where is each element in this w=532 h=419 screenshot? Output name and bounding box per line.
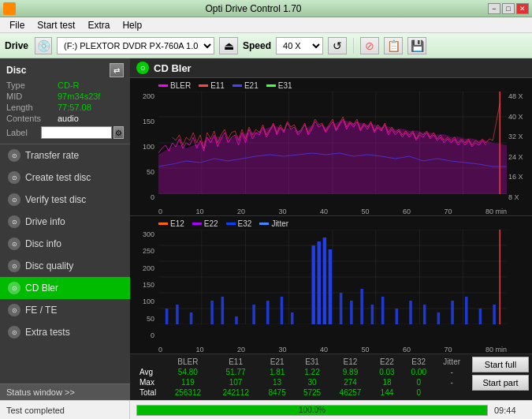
svg-rect-39 xyxy=(323,238,326,324)
contents-label: Contents xyxy=(6,114,58,123)
col-jitter: Jitter xyxy=(434,357,469,367)
menu-file[interactable]: File xyxy=(3,18,31,32)
svg-rect-50 xyxy=(451,301,454,324)
erase-button[interactable]: ⊘ xyxy=(360,37,379,54)
disc-eject-button[interactable]: ⇄ xyxy=(110,63,124,77)
refresh-button[interactable]: ↺ xyxy=(328,37,347,54)
menu-bar: File Start test Extra Help xyxy=(0,17,532,33)
nav-verify-test-disc[interactable]: ⊙ Verify test disc xyxy=(0,189,130,211)
toolbar: Drive 💿 (F:) PLEXTOR DVDR PX-760A 1.07 ⏏… xyxy=(0,33,532,58)
speed-label: Speed xyxy=(243,40,271,51)
copy-button[interactable]: 📋 xyxy=(384,37,403,54)
y1-label-200: 200 xyxy=(143,92,154,100)
nav-extra-tests[interactable]: ⊙ Extra tests xyxy=(0,321,130,343)
svg-rect-29 xyxy=(190,312,193,324)
max-e31: 30 xyxy=(295,377,329,387)
drive-select[interactable]: (F:) PLEXTOR DVDR PX-760A 1.07 xyxy=(57,37,214,54)
x1-60: 60 xyxy=(403,208,411,215)
legend-e22: E22 xyxy=(192,219,218,228)
svg-rect-37 xyxy=(311,245,314,324)
y2-50: 50 xyxy=(147,315,154,323)
start-full-button[interactable]: Start full xyxy=(472,357,529,372)
col-e12: E12 xyxy=(329,357,371,367)
svg-rect-46 xyxy=(396,309,399,324)
minimize-button[interactable]: − xyxy=(488,3,500,14)
menu-start-test[interactable]: Start test xyxy=(31,18,81,32)
menu-extra[interactable]: Extra xyxy=(81,18,116,32)
sidebar: Disc ⇄ Type CD-R MID 97m34s23f Length 77… xyxy=(0,58,130,400)
x2-30: 30 xyxy=(278,346,286,354)
bler-label: BLER xyxy=(170,81,191,90)
stats-area: BLER E11 E21 E31 E12 E22 E32 Jitter Avg … xyxy=(130,354,532,400)
nav-verify-test-disc-label: Verify test disc xyxy=(25,194,86,205)
e32-label: E32 xyxy=(238,219,252,228)
e22-label: E22 xyxy=(204,219,218,228)
nav-transfer-rate[interactable]: ⊙ Transfer rate xyxy=(0,144,130,166)
nav-fe-te[interactable]: ⊙ FE / TE xyxy=(0,299,130,321)
status-window-button[interactable]: Status window >> xyxy=(0,383,130,400)
svg-rect-34 xyxy=(266,301,270,324)
max-bler: 119 xyxy=(164,377,212,387)
y1r-8: 8 X xyxy=(508,193,532,201)
legend-jitter: Jitter xyxy=(259,219,288,228)
total-e21: 8475 xyxy=(259,387,294,398)
status-text: Test completed xyxy=(0,401,130,419)
nav-drive-info[interactable]: ⊙ Drive info xyxy=(0,211,130,233)
nav-create-test-disc[interactable]: ⊙ Create test disc xyxy=(0,166,130,189)
max-e12: 274 xyxy=(329,377,371,387)
nav-cd-bler[interactable]: ⊙ CD Bler xyxy=(0,277,130,299)
y2-0: 0 xyxy=(151,331,154,339)
x1-0: 0 xyxy=(158,208,162,215)
svg-rect-28 xyxy=(176,305,179,324)
legend-e11: E11 xyxy=(199,81,225,90)
label-input[interactable] xyxy=(41,126,112,139)
total-e32: 0 xyxy=(403,387,434,398)
col-e11: E11 xyxy=(212,357,260,367)
avg-e11: 51.77 xyxy=(212,367,260,377)
max-e21: 13 xyxy=(259,377,294,387)
stats-row-total: Total 256312 242112 8475 5725 46257 144 … xyxy=(136,387,469,398)
avg-e21: 1.81 xyxy=(259,367,294,377)
nav-disc-quality-label: Disc quality xyxy=(25,260,73,271)
nav-disc-quality[interactable]: ⊙ Disc quality xyxy=(0,255,130,277)
label-settings-button[interactable]: ⚙ xyxy=(113,126,124,139)
avg-bler: 54.80 xyxy=(164,367,212,377)
chart-title: CD Bler xyxy=(154,62,192,74)
menu-help[interactable]: Help xyxy=(116,18,148,32)
chart-header: ⊙ CD Bler xyxy=(130,58,532,78)
progress-area: 100.0% 09:44 xyxy=(130,401,532,419)
y1r-32: 32 X xyxy=(508,133,532,140)
progress-bar: 100.0% xyxy=(136,405,488,416)
x2-10: 10 xyxy=(195,346,203,354)
start-part-button[interactable]: Start part xyxy=(472,375,529,391)
y1-label-0: 0 xyxy=(151,193,154,201)
x2-70: 70 xyxy=(444,346,452,354)
close-button[interactable]: ✕ xyxy=(516,3,529,14)
chart-area: ⊙ CD Bler BLER E11 xyxy=(130,58,532,400)
max-jitter: - xyxy=(434,377,469,387)
eject-button[interactable]: ⏏ xyxy=(219,37,238,54)
title-bar: Opti Drive Control 1.70 − □ ✕ xyxy=(0,0,532,17)
nav-fe-te-label: FE / TE xyxy=(25,305,57,316)
svg-rect-42 xyxy=(350,301,353,324)
bler-chart xyxy=(158,92,507,194)
col-e22: E22 xyxy=(371,357,403,367)
svg-rect-43 xyxy=(360,289,363,324)
e21-color xyxy=(233,84,242,87)
svg-rect-30 xyxy=(210,301,214,324)
speed-select[interactable]: 40 X xyxy=(276,37,323,54)
save-button[interactable]: 💾 xyxy=(407,37,426,54)
disc-info-icon: ⊙ xyxy=(8,238,20,250)
contents-value: audio xyxy=(58,114,79,123)
e22-color xyxy=(192,223,202,225)
maximize-button[interactable]: □ xyxy=(502,3,515,14)
e11-color xyxy=(199,84,208,87)
x1-30: 30 xyxy=(278,208,286,215)
col-bler: BLER xyxy=(164,357,212,367)
nav-create-test-disc-label: Create test disc xyxy=(25,172,91,183)
svg-rect-44 xyxy=(371,305,374,324)
nav-disc-info[interactable]: ⊙ Disc info xyxy=(0,233,130,255)
bler-color xyxy=(158,84,168,87)
legend-bler: BLER xyxy=(158,81,191,90)
x2-60: 60 xyxy=(403,346,411,354)
